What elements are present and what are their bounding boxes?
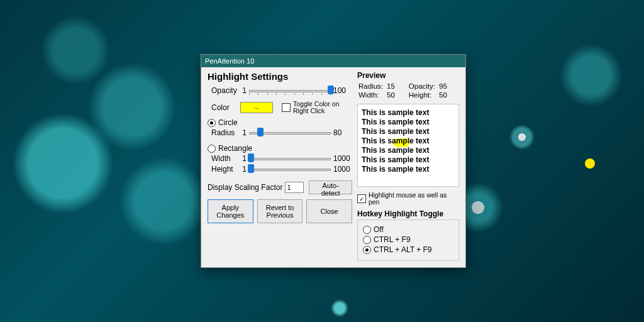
height-label: Height	[208, 165, 238, 174]
preview-title: Preview	[357, 71, 459, 80]
width-max: 1000	[333, 154, 352, 163]
opacity-max: 100	[333, 86, 352, 95]
opacity-label: Opacity	[208, 86, 238, 95]
window-title: PenAttention 10	[205, 57, 254, 65]
highlight-mouse-checkbox[interactable]: ✓	[357, 194, 366, 203]
revert-button[interactable]: Revert to Previous	[257, 199, 303, 223]
height-slider[interactable]	[249, 164, 331, 174]
page-title: Highlight Settings	[208, 71, 352, 82]
sample-text: This is sample text	[362, 118, 429, 126]
sample-text: This is sample text	[362, 127, 429, 136]
hotkey-ctrl-alt-f9-label: CTRL + ALT + F9	[374, 245, 431, 254]
preview-radius-label: Radius:	[358, 82, 386, 90]
radius-slider[interactable]	[249, 128, 331, 138]
hotkey-ctrl-alt-f9-radio[interactable]	[363, 246, 371, 254]
sample-text: This is sample text	[362, 155, 429, 164]
radius-min: 1	[240, 128, 247, 137]
scaling-input[interactable]	[285, 182, 304, 193]
hotkey-ctrl-f9-label: CTRL + F9	[374, 235, 411, 244]
hotkey-group: Off CTRL + F9 CTRL + ALT + F9	[357, 219, 459, 261]
close-button[interactable]: Close	[306, 199, 352, 223]
toggle-color-checkbox[interactable]	[282, 103, 291, 112]
sample-text: This is sample text	[362, 165, 429, 174]
height-min: 1	[240, 165, 247, 174]
preview-radius-value: 15	[387, 82, 397, 90]
highlight-mouse-label: Highlight mouse as well as pen	[369, 192, 459, 206]
opacity-min: 1	[240, 86, 247, 95]
color-label: Color	[208, 103, 238, 112]
radius-label: Radius	[208, 128, 238, 137]
sample-text: This is sample text	[362, 108, 429, 117]
shape-rectangle-label: Rectangle	[218, 144, 252, 153]
shape-circle-label: Circle	[218, 118, 238, 127]
preview-panel: This is sample text This is sample text …	[357, 104, 459, 187]
settings-window: PenAttention 10 Highlight Settings Opaci…	[201, 54, 466, 268]
opacity-slider[interactable]	[249, 86, 331, 96]
sample-text: This is sample text	[362, 136, 429, 145]
hotkey-title: Hotkey Highlight Toggle	[357, 209, 459, 218]
hotkey-off-label: Off	[374, 225, 384, 234]
radius-max: 80	[333, 128, 352, 137]
preview-width-label: Width:	[358, 91, 386, 99]
preview-height-value: 50	[439, 91, 450, 99]
color-picker-button[interactable]: ...	[240, 102, 273, 113]
hotkey-ctrl-f9-radio[interactable]	[363, 236, 371, 244]
toggle-color-label: Toggle Color on Right Click	[293, 101, 343, 114]
preview-opacity-label: Opacity:	[409, 82, 438, 90]
preview-stats: Radius: 15 Opacity: 95 Width: 50 Height:…	[357, 81, 451, 100]
preview-width-value: 50	[387, 91, 397, 99]
width-slider[interactable]	[249, 153, 331, 164]
scaling-label: Display Scaling Factor	[208, 183, 282, 192]
shape-rectangle-radio[interactable]	[208, 145, 216, 153]
highlight-cursor-preview-icon	[585, 158, 595, 169]
width-label: Width	[208, 154, 238, 163]
apply-button[interactable]: Apply Changes	[208, 199, 253, 223]
auto-detect-button[interactable]: Auto-detect	[309, 180, 352, 194]
sample-text: This is sample text	[362, 146, 429, 155]
preview-opacity-value: 95	[439, 82, 450, 90]
width-min: 1	[240, 154, 247, 163]
titlebar[interactable]: PenAttention 10	[201, 55, 465, 67]
height-max: 1000	[333, 165, 352, 174]
hotkey-off-radio[interactable]	[363, 226, 371, 234]
desktop-wallpaper: PenAttention 10 Highlight Settings Opaci…	[0, 0, 644, 322]
preview-height-label: Height:	[409, 91, 438, 99]
shape-circle-radio[interactable]	[208, 119, 216, 127]
